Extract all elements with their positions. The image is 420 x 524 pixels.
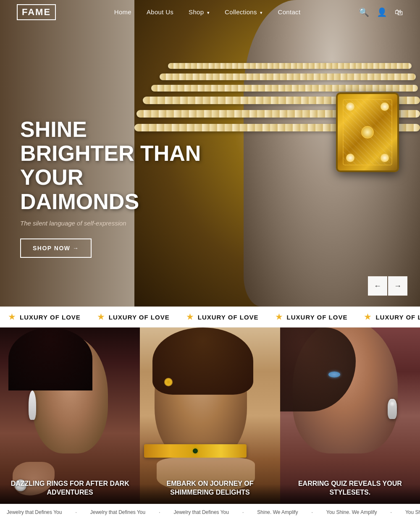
hero-content: SHINE BRIGHTER THAN YOUR DAIMONDS The si…	[20, 118, 205, 258]
star-icon: ★	[186, 312, 194, 322]
product-title-1: DAZZLING RINGS FOR AFTER DARK ADVENTURES	[7, 479, 133, 497]
star-icon: ★	[97, 312, 105, 322]
ticker-item: ·	[236, 509, 250, 515]
star-icon: ★	[8, 312, 16, 322]
ticker-item: You Shine. We Amplify	[399, 509, 420, 515]
nav-item-home[interactable]: Home	[114, 8, 131, 16]
product-title-3: EARRING QUIZ REVEALS YOUR STYLESETS.	[287, 479, 413, 497]
star-icon: ★	[364, 312, 371, 322]
navigation: FAME Home About Us Shop ▾ Collections ▾ …	[0, 0, 420, 24]
nav-icon-group: 🔍 👤 🛍	[359, 7, 403, 17]
next-slide-button[interactable]: →	[388, 276, 407, 296]
product-card-3[interactable]: EARRING QUIZ REVEALS YOUR STYLESETS.	[280, 328, 420, 504]
marquee-item: ★ LUXURY OF LOVE	[178, 312, 267, 322]
shop-chevron-icon: ▾	[207, 10, 210, 15]
ticker-item: ·	[304, 509, 319, 515]
slider-controls: ← →	[368, 276, 407, 296]
ticker-item: Shine. We Amplify	[250, 509, 304, 515]
cart-icon[interactable]: 🛍	[395, 8, 403, 17]
marquee-item: ★ LUXURY OF LOVE	[267, 312, 356, 322]
ticker-inner: Jewelry that Defines You · Jewelry that …	[0, 509, 420, 515]
nav-item-contact[interactable]: Contact	[278, 8, 301, 16]
card-overlay-1: DAZZLING RINGS FOR AFTER DARK ADVENTURES	[0, 471, 140, 504]
product-grid: DAZZLING RINGS FOR AFTER DARK ADVENTURES…	[0, 328, 420, 504]
marquee-item: ★ LUXURY OF LOVE	[0, 312, 89, 322]
ticker-item: ·	[384, 509, 399, 515]
marquee-item: ★ LUXURY OF LOVE	[89, 312, 178, 322]
marquee-band: ★ LUXURY OF LOVE ★ LUXURY OF LOVE ★ LUXU…	[0, 307, 420, 328]
prev-slide-button[interactable]: ←	[368, 276, 387, 296]
card-overlay-3: EARRING QUIZ REVEALS YOUR STYLESETS.	[280, 471, 420, 504]
account-icon[interactable]: 👤	[377, 7, 387, 17]
brand-logo[interactable]: FAME	[17, 4, 56, 20]
nav-item-shop[interactable]: Shop ▾	[189, 8, 210, 16]
bottom-ticker: Jewelry that Defines You · Jewelry that …	[0, 504, 420, 520]
search-icon[interactable]: 🔍	[359, 7, 369, 17]
hero-section: SHINE BRIGHTER THAN YOUR DAIMONDS The si…	[0, 0, 420, 307]
product-card-1[interactable]: DAZZLING RINGS FOR AFTER DARK ADVENTURES	[0, 328, 140, 504]
nav-item-collections[interactable]: Collections ▾	[225, 8, 262, 16]
ticker-item: Jewelry that Defines You	[167, 509, 236, 515]
collections-chevron-icon: ▾	[260, 10, 262, 15]
hero-title: SHINE BRIGHTER THAN YOUR DAIMONDS	[20, 118, 205, 214]
product-card-2[interactable]: EMBARK ON JOURNEY OF SHIMMERING DELIGHTS	[140, 328, 280, 504]
product-title-2: EMBARK ON JOURNEY OF SHIMMERING DELIGHTS	[147, 479, 273, 497]
nav-links: Home About Us Shop ▾ Collections ▾ Conta…	[114, 8, 301, 16]
shop-now-button[interactable]: SHOP NOW →	[20, 238, 92, 258]
hero-subtitle: The silent language of self-expression	[20, 220, 205, 227]
card-overlay-2: EMBARK ON JOURNEY OF SHIMMERING DELIGHTS	[140, 471, 280, 504]
nav-item-about[interactable]: About Us	[147, 8, 173, 16]
ticker-item: ·	[152, 509, 167, 515]
marquee-inner: ★ LUXURY OF LOVE ★ LUXURY OF LOVE ★ LUXU…	[0, 312, 420, 322]
star-icon: ★	[276, 312, 283, 322]
ticker-item: ·	[68, 509, 83, 515]
ticker-item: Jewelry that Defines You	[0, 509, 68, 515]
ticker-item: Jewelry that Defines You	[84, 509, 152, 515]
marquee-item: ★ LUXURY OF LOVE	[356, 312, 420, 322]
ticker-item: You Shine. We Amplify	[320, 509, 384, 515]
